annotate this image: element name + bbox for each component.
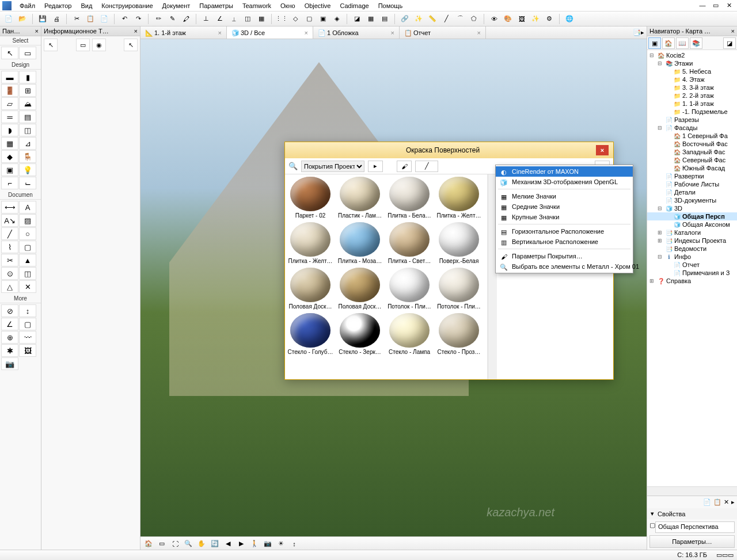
material-cell[interactable]: Половая Доск… bbox=[287, 268, 333, 310]
menu-cadimage[interactable]: Cadimage bbox=[335, 1, 373, 10]
hotspot2-tool[interactable]: ✱ bbox=[1, 344, 18, 357]
marker-button[interactable]: ✏ bbox=[152, 13, 165, 25]
context-menu-item[interactable]: ▦Мелкие Значки bbox=[496, 191, 633, 201]
view-3-button[interactable]: 🖼 bbox=[515, 13, 528, 25]
radial-dim-tool[interactable]: ⊘ bbox=[1, 304, 18, 317]
view-4-button[interactable]: ✨ bbox=[529, 13, 542, 25]
snap-2-button[interactable]: ∠ bbox=[214, 13, 226, 25]
undo-button[interactable]: ↶ bbox=[118, 13, 131, 25]
nav-props-header[interactable]: ▾ Свойства bbox=[647, 508, 737, 519]
polyline-tool[interactable]: ⌇ bbox=[1, 241, 18, 253]
vb-zoom-button[interactable]: 🔍 bbox=[183, 539, 194, 549]
dialog-close-button[interactable]: × bbox=[596, 145, 609, 155]
grid-tool[interactable]: ⊕ bbox=[1, 331, 18, 344]
tree-node[interactable]: ⊞📑Каталоги bbox=[647, 228, 737, 237]
nav-hscroll[interactable] bbox=[647, 486, 737, 496]
vb-sel-button[interactable]: ▭ bbox=[156, 539, 168, 549]
spline-tool[interactable]: 〰 bbox=[19, 331, 36, 344]
material-cell[interactable]: Паркет - 02 bbox=[287, 177, 333, 219]
tree-expander-icon[interactable]: ⊟ bbox=[658, 60, 664, 66]
tree-node[interactable]: ⊞❓Справка bbox=[647, 277, 737, 285]
context-menu-item[interactable]: ▤Горизонтальное Расположение bbox=[496, 226, 633, 237]
tree-expander-icon[interactable]: ⊞ bbox=[649, 278, 656, 284]
object-tool[interactable]: 🪑 bbox=[19, 150, 36, 163]
paste-button[interactable]: 📄 bbox=[98, 13, 111, 25]
print-button[interactable]: 🖨 bbox=[50, 13, 63, 25]
tree-node[interactable]: 📁5. Небеса bbox=[647, 67, 737, 75]
tree-node[interactable]: ⊟🏠Косів2 bbox=[647, 51, 737, 59]
eyedropper-button[interactable]: ╱ bbox=[415, 161, 438, 172]
menu-objective[interactable]: Objective bbox=[300, 1, 336, 10]
close-button[interactable]: ✕ bbox=[723, 2, 735, 9]
nav-params-button[interactable]: Параметры… bbox=[649, 535, 735, 548]
angle-dim-tool[interactable]: ∠ bbox=[1, 318, 18, 330]
redo-button[interactable]: ↷ bbox=[132, 13, 145, 25]
material-cell[interactable]: Стекло - Голуб… bbox=[287, 313, 333, 355]
tree-node[interactable]: ⊟🧊3D bbox=[647, 204, 737, 212]
vb-orbit-button[interactable]: 🔄 bbox=[209, 539, 221, 549]
tree-node[interactable]: 🏠1 Северный Фа bbox=[647, 132, 737, 140]
material-cell[interactable]: Плитка - Свет… bbox=[386, 222, 432, 264]
context-menu-item[interactable]: 🖌Параметры Покрытия… bbox=[496, 251, 633, 261]
nav-props-value-field[interactable]: Общая Перспектива bbox=[655, 521, 735, 533]
menu-документ[interactable]: Документ bbox=[158, 1, 195, 10]
arc-tool-button[interactable]: ⌒ bbox=[454, 13, 466, 25]
view-2-button[interactable]: 🎨 bbox=[502, 13, 514, 25]
tab-3d[interactable]: 🧊3D / Все× bbox=[227, 26, 313, 39]
info-btn-1[interactable]: ↖ bbox=[44, 39, 58, 51]
tree-expander-icon[interactable]: ⊟ bbox=[658, 254, 664, 260]
tab-close-icon[interactable]: × bbox=[305, 29, 308, 36]
tab-close-icon[interactable]: × bbox=[218, 29, 222, 36]
line-tool[interactable]: ╱ bbox=[1, 227, 18, 240]
search-icon[interactable]: 🔍 bbox=[288, 162, 298, 170]
maximize-button[interactable]: ▭ bbox=[710, 2, 721, 9]
link-button[interactable]: 🔗 bbox=[398, 13, 411, 25]
tree-node[interactable]: 📁4. Этаж bbox=[647, 75, 737, 83]
camera-tool[interactable]: 📷 bbox=[1, 357, 18, 370]
morph-tool[interactable]: ◆ bbox=[1, 150, 18, 163]
tree-node[interactable]: 📁3. 3-й этаж bbox=[647, 83, 737, 92]
snap-4-button[interactable]: ◫ bbox=[241, 13, 254, 25]
tree-node[interactable]: 📄Отчет bbox=[647, 261, 737, 269]
text-tool[interactable]: A bbox=[19, 201, 36, 214]
menu-окно[interactable]: Окно bbox=[276, 1, 300, 10]
context-menu-item[interactable]: ▥Вертикальное Расположение bbox=[496, 237, 633, 247]
material-cell[interactable]: Стекло - Зерк… bbox=[337, 313, 383, 355]
tree-node[interactable]: 📄Примечания и З bbox=[647, 269, 737, 277]
toolbox-close-icon[interactable]: × bbox=[35, 28, 39, 35]
menu-конструирование[interactable]: Конструирование bbox=[97, 1, 157, 10]
end-tool[interactable]: ⌙ bbox=[19, 177, 36, 189]
elevation-tool[interactable]: ▲ bbox=[19, 254, 36, 266]
arrow-tool[interactable]: ↖ bbox=[1, 47, 18, 59]
cut-button[interactable]: ✂ bbox=[70, 13, 83, 25]
tree-node[interactable]: 🏠Восточный Фас bbox=[647, 140, 737, 148]
tree-node[interactable]: 📄Разрезы bbox=[647, 116, 737, 124]
nav-del-button[interactable]: ✕ bbox=[724, 498, 729, 506]
info-close-icon[interactable]: × bbox=[134, 28, 138, 35]
tree-node[interactable]: 📁-1. Подземелье bbox=[647, 108, 737, 116]
tree-node[interactable]: 🏠Западный Фас bbox=[647, 148, 737, 156]
corner-tool[interactable]: ⌐ bbox=[1, 177, 18, 189]
tab-cover[interactable]: 📄1 Обложка× bbox=[313, 26, 400, 39]
tree-node[interactable]: 🧊Общая Персп bbox=[647, 212, 737, 220]
ie-tool[interactable]: ▢ bbox=[19, 318, 36, 330]
dimension-tool[interactable]: ⟷ bbox=[1, 201, 18, 214]
section-tool[interactable]: ✂ bbox=[1, 254, 18, 266]
trace-button[interactable]: ◪ bbox=[351, 13, 363, 25]
slab-tool[interactable]: ▱ bbox=[1, 97, 18, 110]
hotspot-tool[interactable]: ✕ bbox=[19, 280, 36, 293]
wand-button[interactable]: ✨ bbox=[412, 13, 425, 25]
change-tool[interactable]: △ bbox=[1, 280, 18, 293]
tree-expander-icon[interactable]: ⊟ bbox=[658, 125, 664, 131]
highlight-button[interactable]: 🖍 bbox=[180, 13, 192, 25]
tree-expander-icon[interactable]: ⊟ bbox=[658, 205, 664, 211]
tabs-overflow-button[interactable]: 📑▸ bbox=[633, 29, 644, 36]
material-filter-select[interactable]: Покрытия Проекта bbox=[301, 161, 364, 172]
vb-prev-button[interactable]: ◀ bbox=[222, 539, 234, 549]
navigator-tree[interactable]: ⊟🏠Косів2⊟📚Этажи📁5. Небеса📁4. Этаж📁3. 3-й… bbox=[647, 50, 737, 486]
beam-tool[interactable]: ═ bbox=[1, 111, 18, 123]
vb-fit-button[interactable]: ⛶ bbox=[169, 539, 181, 549]
view-5-button[interactable]: ⚙ bbox=[543, 13, 556, 25]
material-cell[interactable]: Потолок - Пли… bbox=[436, 268, 482, 310]
nav-mode-layout-button[interactable]: 📖 bbox=[676, 37, 689, 49]
